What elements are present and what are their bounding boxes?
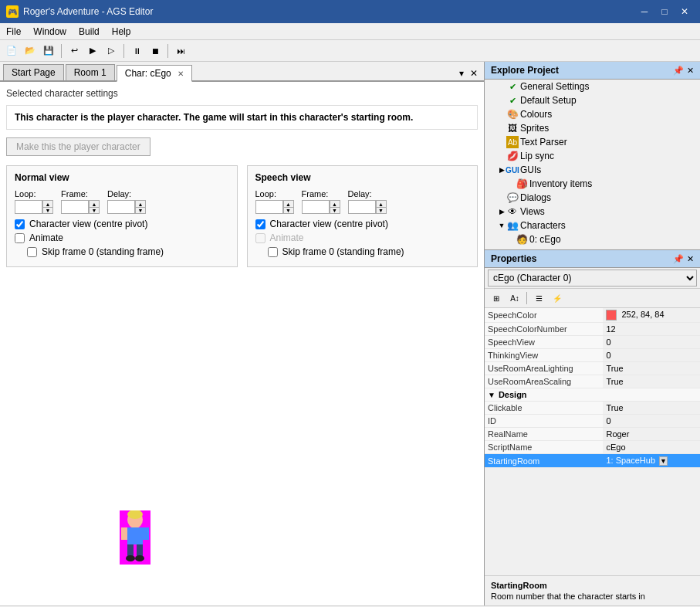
svg-point-8	[126, 555, 135, 561]
prop-sv-val[interactable]: 0	[603, 336, 700, 349]
props-categorized-btn[interactable]: ⊞	[488, 290, 505, 306]
tree-item-text-parser[interactable]: Ab Text Parser	[485, 135, 700, 149]
props-list-btn[interactable]: ☰	[530, 290, 547, 306]
run-debug-button[interactable]: ▶	[84, 42, 101, 59]
tree-item-general-settings[interactable]: ✔ General Settings	[485, 80, 700, 93]
tree-item-views[interactable]: ▶ 👁 Views	[485, 205, 700, 219]
speech-char-view-checkbox[interactable]	[255, 219, 265, 229]
normal-loop-down[interactable]: ▼	[42, 207, 53, 214]
normal-char-view-checkbox[interactable]	[15, 219, 25, 229]
explore-close-button[interactable]: ✕	[687, 66, 694, 76]
speech-animate-checkbox[interactable]	[255, 233, 265, 243]
props-alphabetical-btn[interactable]: A↕	[506, 290, 523, 306]
prop-tv-val[interactable]: 0	[603, 349, 700, 362]
speech-delay-spinner[interactable]: 5 ▲ ▼	[348, 200, 387, 214]
prop-sn-val[interactable]: cEgo	[603, 441, 700, 454]
step-button[interactable]: ⏭	[172, 42, 189, 59]
tree-item-inventory[interactable]: 🎒 Inventory items	[485, 177, 700, 191]
tree-item-default-setup[interactable]: ✔ Default Setup	[485, 93, 700, 107]
speech-loop-spinner[interactable]: 0 ▲ ▼	[255, 200, 294, 214]
tree-item-colours[interactable]: 🎨 Colours	[485, 107, 700, 121]
speech-loop-input[interactable]: 0	[255, 200, 283, 214]
tab-start-page[interactable]: Start Page	[3, 64, 64, 80]
speech-frame-input[interactable]: 0	[302, 200, 330, 214]
prop-speech-color-number: SpeechColorNumber 12	[485, 323, 700, 336]
normal-frame-up[interactable]: ▲	[89, 200, 100, 207]
speech-delay-up[interactable]: ▲	[376, 200, 387, 207]
tree-item-sprites[interactable]: 🖼 Sprites	[485, 121, 700, 135]
menu-build[interactable]: Build	[73, 25, 106, 39]
speech-frame-up[interactable]: ▲	[330, 200, 340, 207]
inventory-icon: 🎒	[516, 178, 528, 190]
tree-item-dialogs[interactable]: 💬 Dialogs	[485, 191, 700, 205]
prop-clickable-val[interactable]: True	[603, 402, 700, 415]
player-char-notice: This character is the player character. …	[6, 105, 478, 130]
normal-delay-input[interactable]: 5	[107, 200, 135, 214]
normal-delay-up[interactable]: ▲	[135, 200, 146, 207]
tab-room1[interactable]: Room 1	[66, 64, 115, 80]
properties-header-controls: 📌 ✕	[673, 254, 694, 264]
guis-icon: GUI	[506, 164, 519, 176]
normal-animate-checkbox[interactable]	[15, 233, 25, 243]
right-panel: Explore Project 📌 ✕ ✔ General Settings ✔…	[484, 62, 700, 605]
tab-pin-button[interactable]: ✕	[467, 66, 481, 80]
speech-loop-up[interactable]: ▲	[283, 200, 294, 207]
normal-loop-label: Loop:	[15, 189, 53, 198]
props-events-btn[interactable]: ⚡	[549, 290, 566, 306]
close-button[interactable]: ✕	[675, 2, 694, 21]
toolbar-sep-2	[123, 44, 124, 58]
pause-button[interactable]: ⏸	[128, 42, 145, 59]
explore-pin-button[interactable]: 📌	[673, 66, 684, 76]
tab-close-icon[interactable]: ✕	[178, 70, 184, 78]
speech-delay-down[interactable]: ▼	[376, 207, 387, 214]
normal-loop-input[interactable]: 0	[15, 200, 42, 214]
make-player-button[interactable]: Make this the player character	[6, 137, 150, 156]
normal-loop-spinner[interactable]: 0 ▲ ▼	[15, 200, 53, 214]
tab-char-cego[interactable]: Char: cEgo ✕	[117, 65, 192, 82]
normal-delay-down[interactable]: ▼	[135, 207, 146, 214]
tree-item-guis[interactable]: ▶ GUI GUIs	[485, 163, 700, 177]
normal-frame-down[interactable]: ▼	[89, 207, 100, 214]
prop-url-val[interactable]: True	[603, 362, 700, 375]
tab-dropdown-button[interactable]: ▾	[456, 66, 467, 80]
prop-rn-val[interactable]: Roger	[603, 428, 700, 441]
speech-skip-checkbox[interactable]	[268, 247, 278, 257]
speech-delay-input[interactable]: 5	[348, 200, 376, 214]
save-button[interactable]: 💾	[40, 42, 57, 59]
tree-item-cego[interactable]: 🧑 0: cEgo	[485, 232, 700, 246]
run-button[interactable]: ▷	[103, 42, 120, 59]
normal-frame-spinner[interactable]: 0 ▲ ▼	[61, 200, 100, 214]
undo-button[interactable]: ↩	[66, 42, 83, 59]
speech-loop-down[interactable]: ▼	[283, 207, 294, 214]
prop-sr-val[interactable]: 1: SpaceHub ▼	[603, 454, 700, 468]
prop-urs-val[interactable]: True	[603, 375, 700, 388]
tree-item-lip-sync[interactable]: 💋 Lip sync	[485, 149, 700, 163]
menu-bar: File Window Build Help	[0, 23, 700, 40]
open-button[interactable]: 📂	[22, 42, 39, 59]
prop-scn-val[interactable]: 12	[603, 323, 700, 336]
maximize-button[interactable]: □	[655, 2, 674, 21]
prop-sr-dropdown-btn[interactable]: ▼	[659, 456, 668, 466]
normal-skip-checkbox[interactable]	[27, 247, 37, 257]
props-close-button[interactable]: ✕	[687, 254, 694, 264]
props-pin-button[interactable]: 📌	[673, 254, 684, 264]
tree-item-characters[interactable]: ▼ 👥 Characters	[485, 219, 700, 232]
prop-id-val[interactable]: 0	[603, 415, 700, 428]
prop-urs-key: UseRoomAreaScaling	[485, 375, 603, 388]
prop-starting-room[interactable]: StartingRoom 1: SpaceHub ▼	[485, 454, 700, 468]
prop-speech-color-val[interactable]: 252, 84, 84	[603, 308, 700, 323]
normal-loop-up[interactable]: ▲	[42, 200, 53, 207]
normal-frame-input[interactable]: 0	[61, 200, 89, 214]
menu-file[interactable]: File	[0, 25, 27, 39]
menu-window[interactable]: Window	[27, 25, 73, 39]
stop-button[interactable]: ⏹	[147, 42, 164, 59]
general-settings-icon: ✔	[506, 80, 519, 93]
normal-delay-spinner[interactable]: 5 ▲ ▼	[107, 200, 146, 214]
speech-frame-down[interactable]: ▼	[330, 207, 340, 214]
new-button[interactable]: 📄	[3, 42, 20, 59]
speech-frame-spinner[interactable]: 0 ▲ ▼	[302, 200, 340, 214]
minimize-button[interactable]: ─	[635, 2, 654, 21]
menu-help[interactable]: Help	[106, 25, 137, 39]
props-char-dropdown[interactable]: cEgo (Character 0)	[488, 270, 697, 287]
default-setup-icon: ✔	[506, 94, 519, 107]
